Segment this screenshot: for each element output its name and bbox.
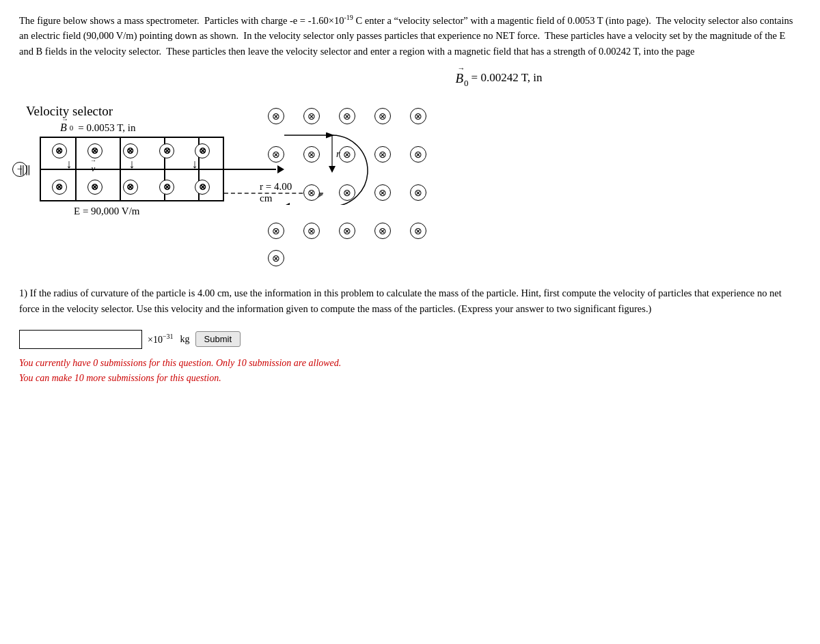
main-diagram-row: Velocity selector → B 0 = 0.0053 T, in [19,90,801,266]
answer-input[interactable] [19,330,142,349]
particle-path-svg: r [284,116,380,205]
vs-title: Velocity selector [26,104,245,119]
diagram-area: → B 0 = 0.00242 T, in Velocity selector … [19,71,801,266]
b0-top-label: → B 0 = 0.00242 T, in [456,71,543,86]
svg-marker-2 [284,203,290,205]
question-text: 1) If the radius of curvature of the par… [19,285,801,317]
grid-cell: ⊗ [400,135,436,173]
grid-cell: ⊗ [365,212,400,250]
vs-b-label: → B 0 = 0.0053 T, in [60,122,245,134]
grid-cell: r ⊗ [294,135,329,173]
b-field-region: ⊗ ⊗ ⊗ ⊗ ⊗ ⊗ [258,90,801,266]
cross-grid: ⊗ ⊗ ⊗ ⊗ ⊗ ⊗ [258,97,801,266]
submission-line2: You can make 10 more submissions for thi… [19,371,801,386]
e-field-label: E = 90,000 V/m [74,206,245,217]
submission-info: You currently have 0 submissions for thi… [19,356,801,387]
velocity-selector: Velocity selector → B 0 = 0.0053 T, in [19,104,245,266]
capacitor-plates: ‖‖ [19,164,31,175]
vs-box: ⊗ ⊗ ⊗ ⊗ ⊗ → v ↓ ↓ ↓ ↓ ↓ [40,137,224,201]
answer-row: ×10−31 kg Submit [19,330,801,349]
vs-crosses-bottom: ⊗ ⊗ ⊗ ⊗ ⊗ [41,180,223,195]
intro-paragraph: The figure below shows a mass spectromet… [19,12,801,59]
grid-cell: ⊗ [258,250,294,266]
grid-cell: ⊗ [400,212,436,250]
grid-cell: ⊗ [400,97,436,135]
unit-label: kg [180,334,190,345]
unit-prefix: ×10−31 [148,333,174,346]
submission-line1: You currently have 0 submissions for thi… [19,356,801,371]
grid-cell: ⊗ [258,212,294,250]
vs-crosses-top: ⊗ ⊗ ⊗ ⊗ ⊗ [41,143,223,158]
submit-button[interactable]: Submit [195,331,241,347]
svg-marker-4 [329,166,336,173]
grid-cell: ⊗ [400,173,436,212]
svg-text:r: r [336,149,340,159]
grid-cell: ⊗ [294,212,329,250]
grid-cell: ⊗ [329,212,365,250]
particle-beam [41,169,284,170]
